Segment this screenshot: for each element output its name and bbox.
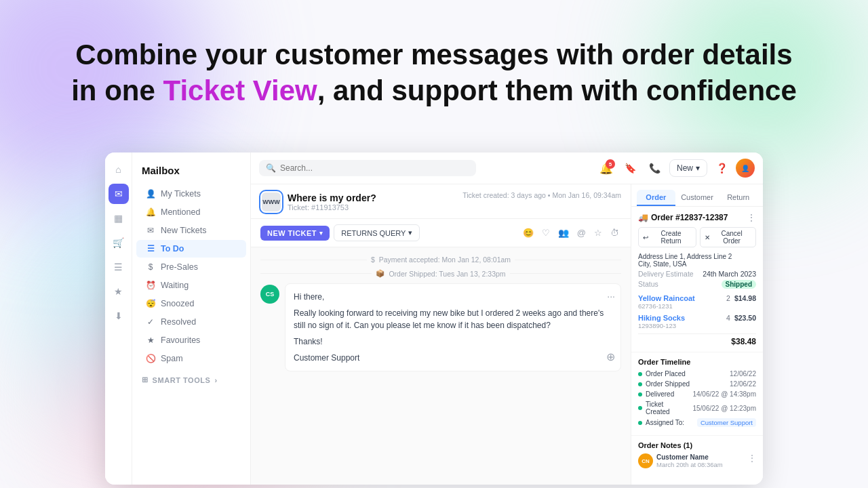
note-item-1: CN Customer Name March 20th at 08:36am ⋮	[638, 453, 756, 468]
product-row-2: Hiking Socks 1293890-123 4 $23.50	[638, 314, 756, 329]
help-button[interactable]: ❓	[711, 158, 732, 178]
ticket-toolbar: NEW TICKET ▾ RETURNS QUERY ▾ 😊 ♡ 👥 @ ☆ ⏱	[251, 219, 631, 247]
product-price-1: $14.98	[734, 294, 756, 302]
address-val: Address Line 1, Address Line 2 City, Sta…	[638, 253, 732, 268]
order-more-icon[interactable]: ⋮	[747, 212, 756, 223]
note-name-1: Customer Name	[656, 453, 745, 461]
timeline-label-3: Delivered	[646, 390, 689, 398]
tab-customer[interactable]: Customer	[678, 190, 717, 206]
new-button-chevron-icon: ▾	[696, 163, 700, 173]
mentioned-icon: 🔔	[146, 207, 155, 217]
headline-highlight: Ticket View	[163, 75, 317, 106]
ticket-area: WWW Where is my order? Ticket: #11913753…	[251, 184, 763, 485]
sidebar-item-snoozed[interactable]: 😴 Snoozed	[136, 295, 246, 312]
sidebar-icon-mail[interactable]: ✉	[108, 184, 129, 204]
snoozed-icon: 😴	[146, 299, 155, 308]
main-content: 🔍 🔔 5 🔖 📞 New ▾ ❓ 👤	[251, 152, 763, 485]
delivery-estimate-row: Delivery Estimate 24th March 2023	[638, 270, 756, 278]
timeline-date-1: 12/06/22	[730, 370, 756, 378]
bookmark-button[interactable]: 🔖	[620, 158, 641, 178]
sidebar-item-resolved[interactable]: ✓ Resolved	[136, 313, 246, 331]
product-qty-1: 2	[726, 294, 730, 302]
product-price-2: $23.50	[734, 314, 756, 322]
tab-order[interactable]: Order	[637, 190, 675, 206]
timeline-dot-4	[638, 406, 642, 410]
create-return-button[interactable]: ↩ Create Return	[638, 227, 696, 247]
timeline-section: Order Timeline Order Placed 12/06/22 Ord…	[631, 352, 763, 436]
sidebar-icon-cart[interactable]: 🛒	[108, 232, 129, 253]
nav-sidebar: Mailbox 👤 My Tickets 🔔 Mentioned ✉ New T…	[132, 152, 251, 485]
payment-text: Payment accepted: Mon Jan 12, 08:01am	[379, 256, 511, 264]
smart-tools-section[interactable]: ⊞ SMART TOOLS ›	[132, 371, 250, 388]
timeline-item-5: Assigned To: Customer Support	[638, 418, 756, 427]
timeline-title: Order Timeline	[638, 358, 756, 366]
order-actions: ↩ Create Return ✕ Cancel Order	[638, 227, 756, 247]
toolbar-icons: 😊 ♡ 👥 @ ☆ ⏱	[521, 226, 621, 240]
notification-badge: 5	[606, 159, 615, 169]
star2-icon[interactable]: ☆	[592, 226, 604, 240]
user-avatar[interactable]: 👤	[736, 159, 755, 178]
order-number: 🚚 Order #12837-12387	[638, 213, 728, 222]
sidebar-item-waiting[interactable]: ⏰ Waiting	[136, 277, 246, 294]
event-line-right2	[510, 273, 621, 274]
sidebar-item-my-tickets[interactable]: 👤 My Tickets	[136, 185, 246, 203]
smart-tools-chevron-icon: ›	[214, 376, 217, 384]
sidebar-item-spam-label: Spam	[161, 354, 183, 363]
waiting-icon: ⏰	[146, 281, 155, 290]
sidebar-icon-star[interactable]: ★	[108, 281, 129, 302]
event-line-left2	[260, 273, 372, 274]
sidebar-item-favourites[interactable]: ★ Favourites	[136, 331, 246, 349]
heart-icon[interactable]: ♡	[540, 226, 552, 240]
timeline-label-5: Assigned To:	[646, 419, 694, 426]
icon-sidebar: ⌂ ✉ ▦ 🛒 ☰ ★ ⬇	[105, 152, 132, 485]
shipped-icon: 📦	[376, 269, 384, 278]
tab-return[interactable]: Return	[719, 190, 757, 206]
assign-icon[interactable]: 👥	[556, 226, 571, 240]
returns-query-button[interactable]: RETURNS QUERY ▾	[334, 224, 420, 241]
sidebar-icon-download[interactable]: ⬇	[108, 306, 129, 326]
sidebar-item-mentioned[interactable]: 🔔 Mentioned	[136, 203, 246, 221]
new-button[interactable]: New ▾	[669, 159, 707, 177]
message-more-icon[interactable]: ···	[607, 289, 615, 304]
cancel-order-label: Cancel Order	[712, 230, 751, 245]
cancel-order-button[interactable]: ✕ Cancel Order	[700, 227, 756, 247]
status-label: Status	[638, 280, 658, 289]
message-add-icon[interactable]: ⊕	[606, 349, 615, 365]
resolved-icon: ✓	[146, 317, 155, 327]
status-row: Status Shipped	[638, 280, 756, 289]
at-icon[interactable]: @	[575, 226, 588, 240]
sidebar-item-pre-sales[interactable]: $ Pre-Sales	[136, 258, 246, 276]
ticket-meta: Ticket created: 3 days ago • Mon Jan 16,…	[462, 191, 621, 199]
new-ticket-button[interactable]: NEW TICKET ▾	[260, 226, 330, 241]
product-qty-price-1: 2 $14.98	[726, 294, 756, 302]
note-date-1: March 20th at 08:36am	[656, 461, 745, 468]
timeline-dot-2	[638, 382, 642, 386]
phone-button[interactable]: 📞	[645, 158, 665, 178]
sidebar-item-new-tickets-label: New Tickets	[161, 226, 206, 235]
emoji-icon[interactable]: 😊	[521, 226, 536, 240]
sidebar-icon-doc[interactable]: ☰	[108, 257, 129, 277]
timeline-item-1: Order Placed 12/06/22	[638, 370, 756, 378]
notes-section: Order Notes (1) CN Customer Name March 2…	[631, 436, 763, 474]
notification-button[interactable]: 🔔 5	[596, 158, 616, 178]
sidebar-item-spam[interactable]: 🚫 Spam	[136, 350, 246, 367]
search-box[interactable]: 🔍	[259, 160, 476, 176]
assigned-to-val: Customer Support	[697, 418, 756, 427]
sidebar-icon-home[interactable]: ⌂	[108, 159, 129, 180]
message-body2: Thanks!	[294, 336, 612, 348]
sidebar-item-new-tickets[interactable]: ✉ New Tickets	[136, 222, 246, 239]
headline: Combine your customer messages with orde…	[0, 37, 868, 108]
order-panel: Order Customer Return 🚚 Order #12837-123…	[631, 184, 763, 485]
message-actions: ···	[607, 289, 615, 304]
headline-line2: in one Ticket View, and support them wit…	[0, 73, 868, 109]
clock-icon[interactable]: ⏱	[608, 226, 621, 240]
sidebar-icon-chart[interactable]: ▦	[108, 208, 129, 228]
messages-area: $ Payment accepted: Mon Jan 12, 08:01am …	[251, 247, 631, 485]
search-input[interactable]	[280, 163, 469, 173]
product-qty-price-2: 4 $23.50	[726, 314, 756, 322]
order-truck-icon: 🚚	[638, 213, 648, 222]
sidebar-item-todo[interactable]: ☰ To Do	[136, 240, 246, 258]
note-more-icon[interactable]: ⋮	[748, 453, 756, 468]
create-return-icon: ↩	[643, 234, 648, 241]
sidebar-item-resolved-label: Resolved	[161, 317, 196, 327]
